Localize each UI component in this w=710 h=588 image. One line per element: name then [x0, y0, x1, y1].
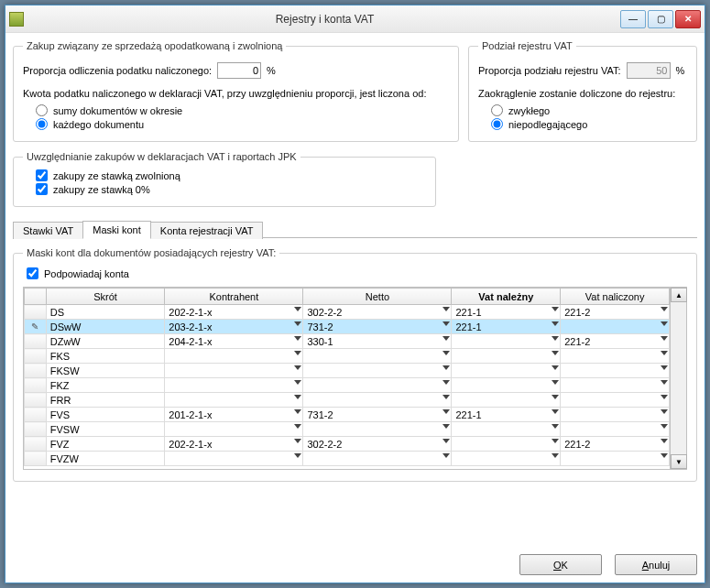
dropdown-icon[interactable]: [442, 395, 450, 399]
cell[interactable]: 302-2-2: [303, 437, 452, 452]
cell[interactable]: [25, 378, 47, 393]
dropdown-icon[interactable]: [661, 307, 668, 311]
cell[interactable]: [561, 422, 670, 437]
table-row[interactable]: FVSW: [25, 422, 670, 437]
cell[interactable]: [25, 364, 47, 378]
table-row[interactable]: FRR: [25, 393, 670, 408]
table-row[interactable]: FKZ: [25, 378, 670, 393]
scroll-up-button[interactable]: ▲: [671, 288, 687, 302]
table-row[interactable]: FVZ202-2-1-x302-2-2221-2: [25, 437, 670, 452]
dropdown-icon[interactable]: [294, 395, 301, 399]
cell[interactable]: [25, 437, 47, 452]
cell[interactable]: [25, 349, 47, 364]
cell[interactable]: [452, 334, 561, 349]
cell[interactable]: [303, 422, 452, 437]
scroll-down-button[interactable]: ▼: [671, 454, 687, 469]
cell[interactable]: 221-2: [561, 305, 670, 320]
table-row[interactable]: ✎DSwW203-2-1-x731-2221-1: [25, 320, 670, 334]
dropdown-icon[interactable]: [552, 307, 559, 311]
dropdown-icon[interactable]: [294, 321, 301, 326]
minimize-button[interactable]: —: [620, 10, 646, 28]
cell[interactable]: 221-2: [561, 334, 670, 349]
dropdown-icon[interactable]: [661, 321, 668, 326]
cell[interactable]: [561, 408, 670, 422]
cell[interactable]: FVZ: [46, 437, 165, 452]
cell[interactable]: [561, 378, 670, 393]
radio-sumy-input[interactable]: [36, 104, 48, 116]
cell[interactable]: [25, 422, 47, 437]
radio-zwyklego-input[interactable]: [491, 104, 503, 116]
cell[interactable]: FKS: [46, 349, 165, 364]
cell[interactable]: [561, 349, 670, 364]
cell[interactable]: [165, 349, 303, 364]
radio-kazdego-input[interactable]: [36, 118, 48, 130]
dropdown-icon[interactable]: [552, 424, 559, 429]
cell[interactable]: [303, 452, 452, 466]
cell[interactable]: [303, 393, 452, 408]
cell[interactable]: FVZW: [46, 452, 165, 466]
maximize-button[interactable]: ▢: [648, 10, 673, 28]
cell[interactable]: 221-1: [452, 305, 561, 320]
dropdown-icon[interactable]: [552, 380, 559, 385]
cell[interactable]: [452, 349, 561, 364]
dropdown-icon[interactable]: [552, 395, 559, 399]
dropdown-icon[interactable]: [661, 365, 668, 370]
dropdown-icon[interactable]: [661, 424, 668, 429]
cell[interactable]: [165, 364, 303, 378]
dropdown-icon[interactable]: [661, 439, 668, 443]
col-rowheader[interactable]: [25, 289, 47, 305]
cell[interactable]: [165, 422, 303, 437]
cell[interactable]: [452, 393, 561, 408]
dropdown-icon[interactable]: [552, 453, 559, 458]
dropdown-icon[interactable]: [294, 307, 301, 311]
dropdown-icon[interactable]: [442, 453, 450, 458]
cell[interactable]: [561, 320, 670, 334]
dropdown-icon[interactable]: [442, 307, 450, 311]
table-row[interactable]: FVS201-2-1-x731-2221-1: [25, 408, 670, 422]
dropdown-icon[interactable]: [661, 395, 668, 399]
dropdown-icon[interactable]: [442, 439, 450, 443]
cell[interactable]: FVSW: [46, 422, 165, 437]
cell[interactable]: 221-2: [561, 437, 670, 452]
cell[interactable]: [25, 334, 47, 349]
dropdown-icon[interactable]: [294, 365, 301, 370]
cell[interactable]: DS: [46, 305, 165, 320]
cell[interactable]: DZwW: [46, 334, 165, 349]
dropdown-icon[interactable]: [442, 336, 450, 341]
table-row[interactable]: FVZW: [25, 452, 670, 466]
cell[interactable]: [452, 437, 561, 452]
check-podpowiadaj-input[interactable]: [27, 267, 38, 279]
col-kontrahent[interactable]: Kontrahent: [165, 289, 303, 305]
check-podpowiadaj[interactable]: Podpowiadaj konta: [27, 267, 687, 279]
cell[interactable]: 204-2-1-x: [165, 334, 303, 349]
dropdown-icon[interactable]: [552, 439, 559, 443]
dropdown-icon[interactable]: [661, 453, 668, 458]
col-skrot[interactable]: Skrót: [46, 289, 165, 305]
tab-konta[interactable]: Konta rejestracji VAT: [150, 222, 264, 239]
dropdown-icon[interactable]: [294, 380, 301, 385]
dropdown-icon[interactable]: [442, 380, 450, 385]
tab-stawki[interactable]: Stawki VAT: [13, 222, 83, 239]
dropdown-icon[interactable]: [661, 336, 668, 341]
cell[interactable]: [165, 393, 303, 408]
table-row[interactable]: FKS: [25, 349, 670, 364]
dropdown-icon[interactable]: [442, 409, 450, 414]
cell[interactable]: [303, 349, 452, 364]
dropdown-icon[interactable]: [442, 424, 450, 429]
dropdown-icon[interactable]: [294, 424, 301, 429]
dropdown-icon[interactable]: [294, 453, 301, 458]
ok-button[interactable]: OK: [519, 554, 602, 575]
radio-kazdego[interactable]: każdego dokumentu: [36, 118, 449, 130]
cell[interactable]: FVS: [46, 408, 165, 422]
cell[interactable]: ✎: [25, 320, 47, 334]
cell[interactable]: 202-2-1-x: [165, 305, 303, 320]
cell[interactable]: 731-2: [303, 408, 452, 422]
grid[interactable]: Skrót Kontrahent Netto Vat należny Vat n…: [23, 287, 687, 470]
dropdown-icon[interactable]: [661, 351, 668, 355]
grid-scrollbar[interactable]: ▲ ▼: [670, 288, 686, 469]
cell[interactable]: 221-1: [452, 320, 561, 334]
table-row[interactable]: FKSW: [25, 364, 670, 378]
titlebar[interactable]: Rejestry i konta VAT — ▢ ✕: [5, 5, 705, 33]
dropdown-icon[interactable]: [442, 321, 450, 326]
radio-zwyklego[interactable]: zwykłego: [491, 104, 687, 116]
